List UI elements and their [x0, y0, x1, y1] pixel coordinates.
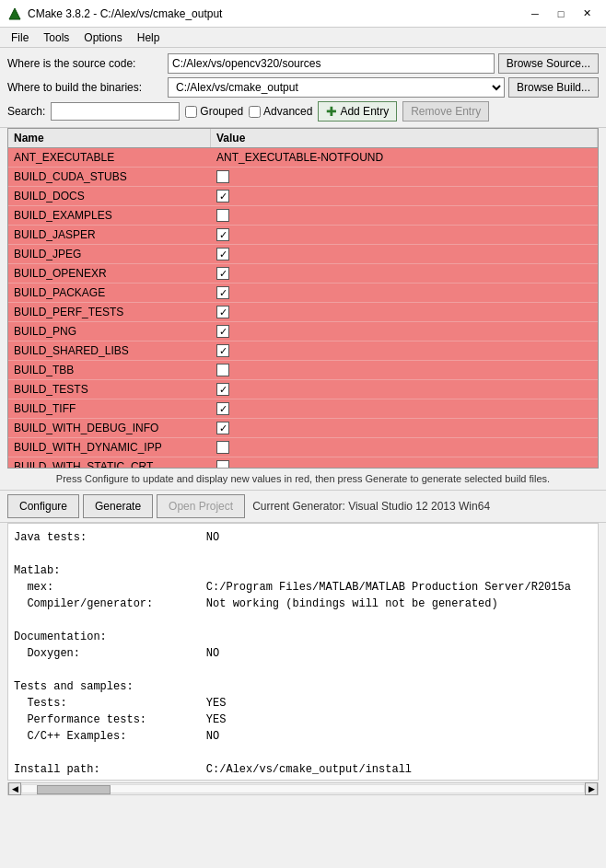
cell-checkbox[interactable]: ✓ — [216, 306, 229, 318]
cell-value: ✓ — [211, 245, 598, 263]
table-row[interactable]: BUILD_OPENEXR✓ — [8, 264, 598, 284]
output-line: C/C++ Examples: NO — [14, 728, 592, 745]
advanced-checkbox[interactable] — [249, 106, 261, 118]
output-line — [14, 662, 592, 678]
configure-button[interactable]: Configure — [7, 494, 79, 518]
cell-value — [211, 457, 598, 469]
add-entry-label: Add Entry — [340, 105, 389, 118]
output-area: Java tests: NO Matlab: mex: C:/Program F… — [7, 523, 599, 781]
cell-checkbox[interactable]: ✓ — [216, 344, 229, 357]
close-button[interactable]: ✕ — [575, 4, 599, 24]
browse-source-button[interactable]: Browse Source... — [498, 53, 599, 74]
output-line — [14, 612, 592, 629]
output-line: Doxygen: NO — [14, 645, 592, 662]
cell-value: ✓ — [211, 303, 598, 321]
output-line: Matlab: — [14, 562, 592, 579]
grouped-checkbox-label[interactable]: Grouped — [185, 105, 243, 118]
table-row[interactable]: BUILD_EXAMPLES — [8, 206, 598, 226]
hscroll-right[interactable]: ▶ — [585, 782, 598, 795]
advanced-checkbox-label[interactable]: Advanced — [249, 105, 312, 118]
window-controls: ─ □ ✕ — [523, 4, 599, 24]
generate-button[interactable]: Generate — [83, 494, 153, 518]
cell-name: BUILD_TIFF — [8, 399, 211, 418]
cell-value: ✓ — [211, 341, 598, 360]
maximize-button[interactable]: □ — [549, 4, 573, 24]
table-row[interactable]: BUILD_TIFF✓ — [8, 399, 598, 419]
cell-checkbox[interactable]: ✓ — [216, 228, 229, 241]
table-body: ANT_EXECUTABLEANT_EXECUTABLE-NOTFOUNDBUI… — [8, 148, 598, 469]
table-row[interactable]: BUILD_PNG✓ — [8, 322, 598, 341]
remove-entry-button[interactable]: Remove Entry — [402, 101, 489, 122]
cell-name: BUILD_EXAMPLES — [8, 206, 211, 225]
cell-name: ANT_EXECUTABLE — [8, 148, 211, 167]
minimize-button[interactable]: ─ — [523, 4, 547, 24]
cell-value: ✓ — [211, 399, 598, 418]
menu-options[interactable]: Options — [76, 29, 129, 46]
table-row[interactable]: BUILD_WITH_STATIC_CRT — [8, 457, 598, 469]
cell-name: BUILD_WITH_DYNAMIC_IPP — [8, 438, 211, 457]
table-row[interactable]: BUILD_WITH_DEBUG_INFO✓ — [8, 419, 598, 438]
cell-checkbox[interactable] — [216, 209, 229, 222]
advanced-label: Advanced — [263, 105, 312, 118]
table-row[interactable]: ANT_EXECUTABLEANT_EXECUTABLE-NOTFOUND — [8, 148, 598, 168]
form-area: Where is the source code: Browse Source.… — [0, 48, 606, 128]
source-input[interactable] — [168, 53, 495, 74]
cell-checkbox[interactable]: ✓ — [216, 402, 229, 415]
source-label: Where is the source code: — [7, 57, 162, 70]
menu-tools[interactable]: Tools — [36, 29, 76, 46]
table-row[interactable]: BUILD_DOCS✓ — [8, 187, 598, 206]
search-row: Search: Grouped Advanced ✚ Add Entry Rem… — [7, 101, 599, 122]
search-input[interactable] — [51, 102, 180, 121]
cell-name: BUILD_PNG — [8, 322, 211, 341]
hscroll-left[interactable]: ◀ — [8, 782, 21, 795]
table-row[interactable]: BUILD_PERF_TESTS✓ — [8, 303, 598, 322]
cell-checkbox[interactable]: ✓ — [216, 383, 229, 396]
cell-value: ✓ — [211, 380, 598, 399]
table-row[interactable]: BUILD_PACKAGE✓ — [8, 284, 598, 303]
browse-build-button[interactable]: Browse Build... — [508, 77, 599, 98]
open-project-button[interactable]: Open Project — [157, 494, 245, 518]
cell-checkbox[interactable]: ✓ — [216, 325, 229, 338]
table-row[interactable]: BUILD_WITH_DYNAMIC_IPP — [8, 438, 598, 457]
grouped-checkbox[interactable] — [185, 106, 197, 118]
cell-value: ANT_EXECUTABLE-NOTFOUND — [211, 148, 598, 167]
cell-checkbox[interactable]: ✓ — [216, 286, 229, 299]
cell-checkbox[interactable] — [216, 460, 229, 469]
grouped-label: Grouped — [200, 105, 243, 118]
hscroll-thumb[interactable] — [37, 785, 111, 794]
output-line: Documentation: — [14, 629, 592, 645]
cell-checkbox[interactable]: ✓ — [216, 248, 229, 260]
cell-checkbox[interactable]: ✓ — [216, 422, 229, 434]
window-title: CMake 3.8.2 - C:/Alex/vs/cmake_output — [28, 7, 523, 20]
cell-checkbox[interactable] — [216, 364, 229, 376]
output-line: mex: C:/Program Files/MATLAB/MATLAB Prod… — [14, 579, 592, 596]
cell-checkbox[interactable] — [216, 170, 229, 183]
output-line: Java tests: NO — [14, 529, 592, 546]
cell-checkbox[interactable] — [216, 441, 229, 454]
table-row[interactable]: BUILD_TESTS✓ — [8, 380, 598, 399]
menu-help[interactable]: Help — [130, 29, 168, 46]
status-bar: Press Configure to update and display ne… — [7, 472, 599, 486]
add-entry-button[interactable]: ✚ Add Entry — [318, 101, 397, 122]
table-row[interactable]: BUILD_JPEG✓ — [8, 245, 598, 264]
table-header: Name Value — [8, 129, 598, 148]
table-row[interactable]: BUILD_SHARED_LIBS✓ — [8, 341, 598, 361]
menu-file[interactable]: File — [4, 29, 36, 46]
plus-icon: ✚ — [326, 104, 337, 119]
col-name-header: Name — [8, 129, 211, 147]
hscroll-track[interactable] — [21, 784, 585, 793]
table-row[interactable]: BUILD_CUDA_STUBS — [8, 168, 598, 187]
cell-value: ✓ — [211, 284, 598, 302]
build-row: Where to build the binaries: C:/Alex/vs/… — [7, 77, 599, 98]
cell-value: ✓ — [211, 187, 598, 205]
cell-name: BUILD_TBB — [8, 361, 211, 379]
config-table: Name Value ANT_EXECUTABLEANT_EXECUTABLE-… — [7, 128, 599, 469]
output-line: Performance tests: YES — [14, 712, 592, 728]
output-line: Install path: C:/Alex/vs/cmake_output/in… — [14, 761, 592, 778]
table-row[interactable]: BUILD_TBB — [8, 361, 598, 380]
hscroll: ◀ ▶ — [7, 782, 599, 795]
table-row[interactable]: BUILD_JASPER✓ — [8, 226, 598, 245]
build-select[interactable]: C:/Alex/vs/cmake_output — [168, 77, 505, 98]
cell-checkbox[interactable]: ✓ — [216, 190, 229, 203]
cell-checkbox[interactable]: ✓ — [216, 267, 229, 280]
